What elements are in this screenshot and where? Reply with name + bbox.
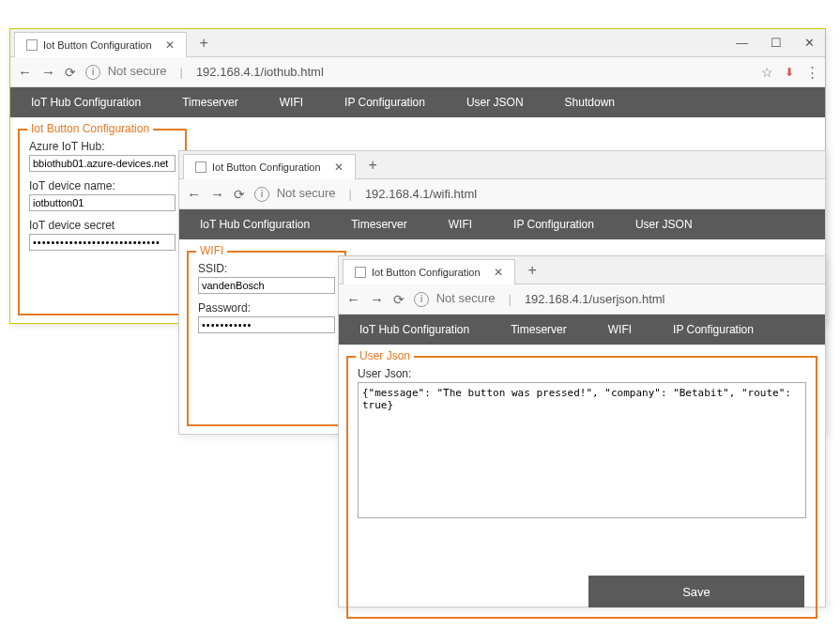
nav-timeserver[interactable]: Timeserver — [330, 209, 428, 239]
forward-button[interactable]: → — [210, 186, 224, 202]
nav-timeserver[interactable]: Timeserver — [161, 87, 259, 117]
address-bar: ← → ⟳ i Not secure | 192.168.4.1/iothub.… — [10, 57, 825, 87]
new-tab-button[interactable]: + — [523, 262, 542, 279]
back-button[interactable]: ← — [18, 64, 32, 80]
separator: | — [349, 187, 352, 201]
nav-iothub[interactable]: IoT Hub Configuration — [339, 315, 490, 345]
fieldset-legend: Iot Button Configuration — [27, 122, 153, 135]
fieldset-user-json: User Json User Json: Save — [346, 356, 817, 619]
label-ssid: SSID: — [198, 262, 335, 275]
textarea-user-json[interactable] — [358, 382, 806, 518]
label-iot-device-name: IoT device name: — [29, 179, 176, 192]
nav-ipconfig[interactable]: IP Configuration — [493, 209, 615, 239]
new-tab-button[interactable]: + — [363, 157, 383, 174]
save-button[interactable]: Save — [588, 576, 804, 607]
input-password[interactable] — [198, 316, 335, 333]
tab-close-icon[interactable]: ✕ — [334, 161, 344, 174]
app-nav: IoT Hub Configuration Timeserver WIFI IP… — [10, 87, 825, 117]
fieldset-iot-button-config: Iot Button Configuration Azure IoT Hub: … — [18, 129, 187, 315]
security-indicator[interactable]: i Not secure — [85, 64, 167, 80]
security-indicator[interactable]: i Not secure — [414, 291, 496, 307]
maximize-icon[interactable]: ☐ — [765, 34, 787, 52]
input-iot-device-secret[interactable] — [29, 234, 176, 251]
nav-ipconfig[interactable]: IP Configuration — [652, 315, 774, 345]
nav-ipconfig[interactable]: IP Configuration — [324, 87, 446, 117]
tab-iot-button-config[interactable]: Iot Button Configuration ✕ — [14, 32, 187, 57]
tab-iot-button-config[interactable]: Iot Button Configuration ✕ — [343, 259, 515, 284]
bookmark-icon[interactable]: ☆ — [761, 65, 773, 80]
reload-button[interactable]: ⟳ — [393, 292, 405, 307]
info-icon: i — [254, 187, 269, 202]
address-bar-right: ☆ ⬇ ⋮ — [761, 64, 817, 81]
tab-title: Iot Button Configuration — [372, 267, 481, 278]
input-azure-iot-hub[interactable] — [29, 155, 176, 172]
fieldset-wifi: WIFI SSID: Password: — [187, 251, 346, 426]
label-user-json: User Json: — [358, 367, 806, 380]
tab-bar: Iot Button Configuration ✕ + — [10, 29, 825, 57]
separator: | — [180, 65, 183, 79]
nav-userjson[interactable]: User JSON — [615, 209, 713, 239]
tab-bar: Iot Button Configuration ✕ + — [179, 151, 825, 179]
page-icon — [355, 267, 366, 278]
tab-iot-button-config[interactable]: Iot Button Configuration ✕ — [183, 154, 356, 179]
address-bar: ← → ⟳ i Not secure | 192.168.4.1/userjso… — [339, 284, 825, 315]
security-indicator[interactable]: i Not secure — [254, 186, 336, 202]
nav-shutdown[interactable]: Shutdown — [544, 87, 635, 117]
nav-userjson[interactable]: User JSON — [446, 87, 544, 117]
back-button[interactable]: ← — [346, 291, 360, 307]
url-text[interactable]: 192.168.4.1/userjson.html — [525, 292, 665, 306]
nav-wifi[interactable]: WIFI — [259, 87, 324, 117]
not-secure-label: Not secure — [436, 291, 496, 305]
not-secure-label: Not secure — [108, 64, 167, 78]
address-bar: ← → ⟳ i Not secure | 192.168.4.1/wifi.ht… — [179, 179, 825, 209]
forward-button[interactable]: → — [370, 291, 384, 307]
nav-iothub[interactable]: IoT Hub Configuration — [10, 87, 161, 117]
download-icon[interactable]: ⬇ — [785, 66, 794, 79]
tab-title: Iot Button Configuration — [43, 39, 152, 51]
nav-iothub[interactable]: IoT Hub Configuration — [179, 209, 330, 239]
reload-button[interactable]: ⟳ — [65, 65, 76, 80]
back-button[interactable]: ← — [187, 186, 201, 202]
input-iot-device-name[interactable] — [29, 194, 176, 211]
url-text[interactable]: 192.168.4.1/iothub.html — [196, 65, 324, 79]
window-controls: — ☐ ✕ — [730, 34, 820, 52]
page-icon — [26, 39, 38, 51]
close-icon[interactable]: ✕ — [799, 34, 820, 52]
label-password: Password: — [198, 301, 335, 315]
nav-wifi[interactable]: WIFI — [428, 209, 493, 239]
tab-title: Iot Button Configuration — [212, 161, 321, 173]
new-tab-button[interactable]: + — [194, 35, 214, 52]
label-iot-device-secret: IoT device secret — [29, 219, 176, 232]
nav-timeserver[interactable]: Timeserver — [490, 315, 588, 345]
page-icon — [195, 161, 206, 173]
fieldset-legend: WIFI — [196, 244, 227, 257]
browser-window-userjson: Iot Button Configuration ✕ + ← → ⟳ i Not… — [338, 255, 826, 607]
input-ssid[interactable] — [198, 277, 335, 294]
url-text[interactable]: 192.168.4.1/wifi.html — [365, 187, 477, 201]
app-nav: IoT Hub Configuration Timeserver WIFI IP… — [179, 209, 825, 239]
forward-button[interactable]: → — [41, 64, 55, 80]
label-azure-iot-hub: Azure IoT Hub: — [29, 140, 176, 153]
info-icon: i — [414, 292, 429, 307]
not-secure-label: Not secure — [277, 186, 336, 200]
separator: | — [509, 292, 512, 306]
nav-wifi[interactable]: WIFI — [588, 315, 652, 345]
app-nav: IoT Hub Configuration Timeserver WIFI IP… — [339, 315, 825, 345]
reload-button[interactable]: ⟳ — [234, 187, 245, 202]
fieldset-legend: User Json — [356, 349, 414, 362]
minimize-icon[interactable]: — — [730, 34, 754, 52]
tab-close-icon[interactable]: ✕ — [494, 266, 503, 279]
menu-icon[interactable]: ⋮ — [805, 64, 817, 81]
tab-bar: Iot Button Configuration ✕ + — [339, 256, 825, 284]
tab-close-icon[interactable]: ✕ — [165, 38, 175, 52]
info-icon: i — [85, 65, 100, 80]
